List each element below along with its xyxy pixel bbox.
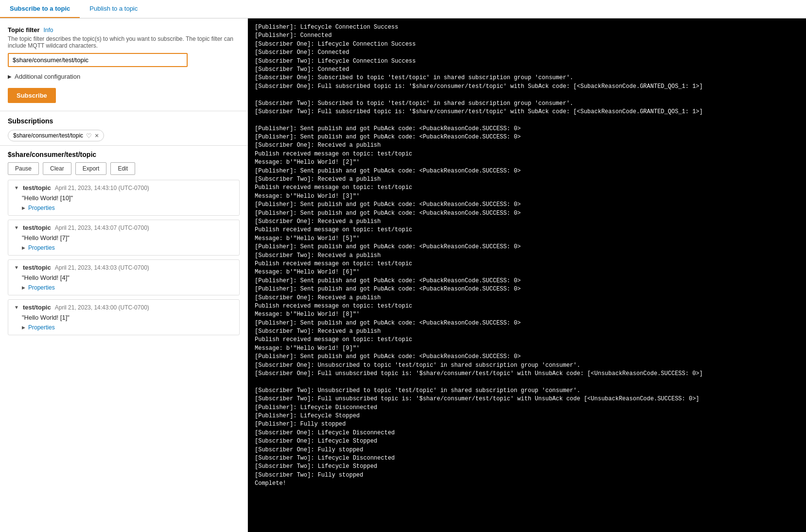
terminal-line [255,91,799,99]
message-timestamp-2: April 21, 2023, 14:43:03 (UTC-0700) [55,264,149,271]
subscription-chip: $share/consumer/test/topic ♡ × [8,130,104,141]
terminal-line: [Publisher]: Sent publish and got PubAck… [255,209,799,218]
tab-publish[interactable]: Publish to a topic [80,0,147,18]
terminal-line: [Subscriber Two]: Lifecycle Stopped [255,463,799,471]
terminal-line: [Subscriber One]: Lifecycle Stopped [255,437,799,446]
props-label-0: Properties [28,205,55,211]
terminal-line: [Publisher]: Connected [255,32,799,40]
terminal-line: [Publisher]: Sent publish and got PubAck… [255,285,799,293]
props-label-1: Properties [28,244,55,251]
message-body-0: "Hello World! [10]" [14,194,233,202]
close-icon[interactable]: × [95,132,99,139]
terminal-line: [Subscriber One]: Full subscribed topic … [255,83,799,91]
terminal-line: [Subscriber Two]: Received a publish [255,175,799,184]
props-label-3: Properties [28,324,55,331]
subscription-chip-label: $share/consumer/test/topic [13,132,83,139]
subscribe-button[interactable]: Subscribe [8,88,56,103]
terminal-line: Publish received message on topic: test/… [255,150,799,158]
terminal-line: Publish received message on topic: test/… [255,260,799,268]
additional-config[interactable]: ▶ Additional configuration [8,73,240,80]
message-properties-3[interactable]: ▶ Properties [14,324,233,331]
props-triangle-3: ▶ [22,325,25,330]
terminal-line: [Subscriber One]: Unsubscribed to topic … [255,361,799,370]
messages-header: $share/consumer/test/topic [8,146,240,162]
message-header-row-2: ▼ test/topic April 21, 2023, 14:43:03 (U… [14,264,233,271]
clear-button[interactable]: Clear [43,162,71,175]
terminal-line: [Publisher]: Sent publish and got PubAck… [255,167,799,175]
messages-toolbar: Pause Clear Export Edit [8,162,240,175]
messages-area: $share/consumer/test/topic Pause Clear E… [0,146,247,347]
topic-filter-label-row: Topic filter Info [8,26,240,34]
message-body-2: "Hello World! [4]" [14,274,233,281]
terminal-line: [Subscriber Two]: Full subscribed topic … [255,108,799,116]
terminal-line: [Subscriber One]: Received a publish [255,294,799,302]
message-triangle-0[interactable]: ▼ [14,185,19,190]
terminal-line: [Subscriber Two]: Lifecycle Disconnected [255,454,799,463]
terminal-panel: [Publisher]: Lifecycle Connection Succes… [248,18,806,532]
terminal-line [255,378,799,386]
props-triangle-1: ▶ [22,245,25,250]
terminal-line: [Subscriber Two]: Fully stopped [255,471,799,480]
message-triangle-3[interactable]: ▼ [14,305,19,310]
subscriptions-section: Subscriptions $share/consumer/test/topic… [0,111,247,145]
terminal-line: [Publisher]: Lifecycle Disconnected [255,404,799,412]
pause-button[interactable]: Pause [8,162,39,175]
message-topic-3: test/topic [23,304,51,311]
terminal-line: Message: b'"Hello World! [5]"' [255,235,799,243]
terminal-line: [Subscriber One]: Lifecycle Connection S… [255,40,799,49]
export-button[interactable]: Export [75,162,107,175]
terminal-line: [Subscriber One]: Lifecycle Disconnected [255,429,799,437]
terminal-line: [Publisher]: Sent publish and got PubAck… [255,201,799,209]
info-link[interactable]: Info [43,27,53,34]
message-timestamp-0: April 21, 2023, 14:43:10 (UTC-0700) [55,185,149,191]
terminal-line [255,116,799,124]
message-properties-0[interactable]: ▶ Properties [14,205,233,211]
terminal-line: [Subscriber One]: Received a publish [255,141,799,150]
terminal-line: [Subscriber One]: Connected [255,49,799,57]
terminal-line: [Subscriber Two]: Subscribed to topic 't… [255,100,799,108]
message-header-row-3: ▼ test/topic April 21, 2023, 14:43:00 (U… [14,304,233,311]
topic-filter-label: Topic filter [8,26,39,34]
terminal-line: [Publisher]: Sent publish and got PubAck… [255,243,799,251]
message-timestamp-1: April 21, 2023, 14:43:07 (UTC-0700) [55,224,149,231]
main-layout: Topic filter Info The topic filter descr… [0,18,806,532]
terminal-line: [Subscriber Two]: Received a publish [255,327,799,336]
terminal-line: [Publisher]: Fully stopped [255,420,799,429]
terminal-line: [Publisher]: Sent publish and got PubAck… [255,353,799,361]
terminal-line: [Subscriber One]: Subscribed to topic 't… [255,74,799,82]
message-body-1: "Hello World! [7]" [14,234,233,241]
terminal-line: Message: b'"Hello World! [6]"' [255,268,799,276]
terminal-line: Message: b'"Hello World! [3]"' [255,192,799,201]
subscriptions-title: Subscriptions [8,117,240,125]
terminal-line: [Subscriber Two]: Received a publish [255,252,799,260]
message-properties-1[interactable]: ▶ Properties [14,244,233,251]
terminal-line: [Subscriber Two]: Unsubscribed to topic … [255,387,799,395]
message-item-1: ▼ test/topic April 21, 2023, 14:43:07 (U… [8,220,240,256]
terminal-line: [Subscriber Two]: Connected [255,66,799,74]
terminal-line: Message: b'"Hello World! [2]"' [255,158,799,167]
terminal-line: [Subscriber One]: Full unsubscribed topi… [255,370,799,378]
terminal-line: Publish received message on topic: test/… [255,226,799,234]
left-panel: Topic filter Info The topic filter descr… [0,18,248,532]
message-properties-2[interactable]: ▶ Properties [14,284,233,291]
terminal-line: Publish received message on topic: test/… [255,336,799,344]
message-triangle-2[interactable]: ▼ [14,265,19,270]
additional-config-triangle: ▶ [8,74,12,79]
terminal-line: [Subscriber One]: Fully stopped [255,446,799,454]
tabs-bar: Subscribe to a topic Publish to a topic [0,0,806,18]
terminal-line: [Publisher]: Sent publish and got PubAck… [255,319,799,327]
message-triangle-1[interactable]: ▼ [14,225,19,230]
message-topic-1: test/topic [23,224,51,231]
message-body-3: "Hello World! [1]" [14,314,233,321]
props-triangle-0: ▶ [22,206,25,210]
props-triangle-2: ▶ [22,285,25,290]
message-topic-0: test/topic [23,184,51,191]
edit-button[interactable]: Edit [110,162,135,175]
tab-subscribe[interactable]: Subscribe to a topic [0,0,80,18]
message-topic-2: test/topic [23,264,51,271]
terminal-line: [Subscriber Two]: Full unsubscribed topi… [255,395,799,403]
topic-filter-input[interactable] [8,53,188,67]
props-label-2: Properties [28,284,55,291]
terminal-line: [Subscriber Two]: Lifecycle Connection S… [255,57,799,66]
message-item-0: ▼ test/topic April 21, 2023, 14:43:10 (U… [8,180,240,216]
